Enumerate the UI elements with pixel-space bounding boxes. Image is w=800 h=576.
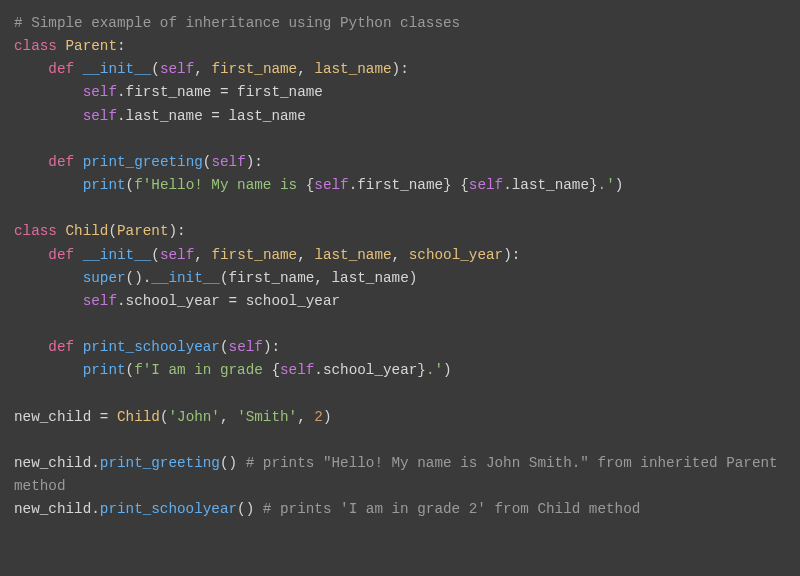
- fstring-prefix: f: [134, 177, 143, 193]
- keyword-class: class: [14, 38, 57, 54]
- identifier: first_name: [237, 84, 323, 100]
- self-param: self: [229, 339, 263, 355]
- attr: first_name: [126, 84, 212, 100]
- variable: new_child: [14, 409, 91, 425]
- self-param: self: [160, 61, 194, 77]
- string: [452, 177, 461, 193]
- arg: last_name: [332, 270, 409, 286]
- self: self: [83, 108, 117, 124]
- comment: # Simple example of inheritance using Py…: [14, 15, 460, 31]
- code-block: # Simple example of inheritance using Py…: [0, 0, 800, 533]
- fstring-prefix: f: [134, 362, 143, 378]
- param: last_name: [314, 61, 391, 77]
- method-call: print_schoolyear: [100, 501, 237, 517]
- identifier: last_name: [229, 108, 306, 124]
- self: self: [469, 177, 503, 193]
- class-call: Child: [117, 409, 160, 425]
- self: self: [83, 84, 117, 100]
- attr: first_name: [357, 177, 443, 193]
- class-name: Parent: [66, 38, 117, 54]
- keyword-class: class: [14, 223, 57, 239]
- variable: new_child: [14, 501, 91, 517]
- method-init: __init__: [83, 247, 152, 263]
- keyword-def: def: [48, 247, 74, 263]
- method-name: print_schoolyear: [83, 339, 220, 355]
- method-init: __init__: [151, 270, 220, 286]
- attr: last_name: [512, 177, 589, 193]
- keyword-def: def: [48, 154, 74, 170]
- variable: new_child: [14, 455, 91, 471]
- text: :: [117, 38, 126, 54]
- class-name: Child: [66, 223, 109, 239]
- method-call: print_greeting: [100, 455, 220, 471]
- self-param: self: [160, 247, 194, 263]
- builtin-super: super: [83, 270, 126, 286]
- param: last_name: [314, 247, 391, 263]
- method-name: print_greeting: [83, 154, 203, 170]
- string-arg: 'Smith': [237, 409, 297, 425]
- number-arg: 2: [314, 409, 323, 425]
- string: 'I am in grade: [143, 362, 272, 378]
- param: first_name: [211, 247, 297, 263]
- string-arg: 'John': [168, 409, 219, 425]
- identifier: school_year: [246, 293, 340, 309]
- string: .': [426, 362, 443, 378]
- string: 'Hello! My name is: [143, 177, 306, 193]
- builtin-print: print: [83, 362, 126, 378]
- keyword-def: def: [48, 61, 74, 77]
- comment: # prints 'I am in grade 2' from Child me…: [263, 501, 641, 517]
- attr: last_name: [126, 108, 203, 124]
- self: self: [314, 177, 348, 193]
- builtin-print: print: [83, 177, 126, 193]
- self-param: self: [211, 154, 245, 170]
- method-init: __init__: [83, 61, 152, 77]
- keyword-def: def: [48, 339, 74, 355]
- param: first_name: [211, 61, 297, 77]
- self: self: [83, 293, 117, 309]
- attr: school_year: [126, 293, 220, 309]
- attr: school_year: [323, 362, 417, 378]
- self: self: [280, 362, 314, 378]
- arg: first_name: [229, 270, 315, 286]
- base-class: Parent: [117, 223, 168, 239]
- string: .': [598, 177, 615, 193]
- param: school_year: [409, 247, 503, 263]
